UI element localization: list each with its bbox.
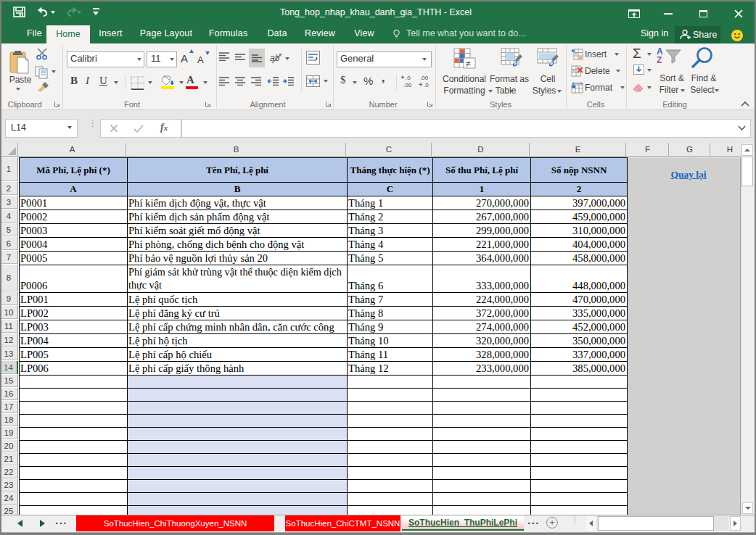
svg-text:.00: .00: [420, 75, 429, 81]
svg-text:.0: .0: [406, 75, 411, 81]
svg-text:.0: .0: [424, 82, 429, 88]
svg-text:ab: ab: [270, 53, 280, 63]
svg-text:.00: .00: [403, 82, 412, 88]
svg-text:≠: ≠: [466, 59, 471, 69]
